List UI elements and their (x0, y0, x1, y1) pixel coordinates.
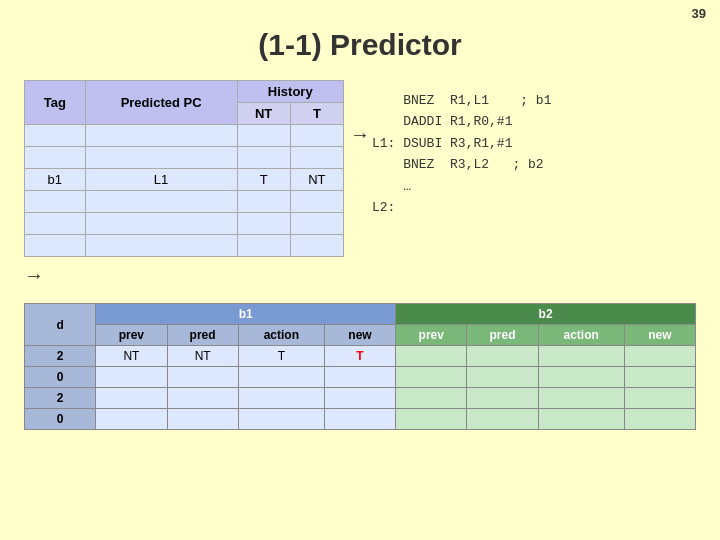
b1-pred-2 (167, 367, 238, 388)
page-title: (1-1) Predictor (0, 28, 720, 62)
pc-cell (85, 191, 237, 213)
table-row (25, 191, 344, 213)
tag-cell (25, 191, 86, 213)
d-val-1: 2 (25, 346, 96, 367)
code-section: → BNEZ R1,L1 ; b1 DADDI R1,R0,#1 L1: DSU… (354, 80, 696, 289)
bottom-row-1: 2 NT NT T T (25, 346, 696, 367)
pc-cell (85, 147, 237, 169)
b1-action-2 (238, 367, 324, 388)
b2-action-header: action (538, 325, 624, 346)
t-cell (290, 235, 343, 257)
b2-pred-header: pred (467, 325, 538, 346)
b1-pred-4 (167, 409, 238, 430)
t-cell-b1: NT (290, 169, 343, 191)
b1-prev-1: NT (96, 346, 167, 367)
tag-cell (25, 213, 86, 235)
b2-prev-3 (396, 388, 467, 409)
history-header: History (237, 81, 344, 103)
b2-action-4 (538, 409, 624, 430)
left-arrow-icon: → (24, 264, 44, 287)
b1-pred-3 (167, 388, 238, 409)
nt-cell (237, 147, 290, 169)
nt-subheader: NT (237, 103, 290, 125)
b1-new-header: new (324, 325, 395, 346)
bottom-row-4: 0 (25, 409, 696, 430)
d-col-header: d (25, 304, 96, 346)
b2-prev-header: prev (396, 325, 467, 346)
t-cell (290, 125, 343, 147)
pc-cell (85, 235, 237, 257)
b1-prev-2 (96, 367, 167, 388)
b2-new-2 (624, 367, 695, 388)
d-val-2: 0 (25, 367, 96, 388)
t-cell (290, 147, 343, 169)
t-subheader: T (290, 103, 343, 125)
b1-new-3 (324, 388, 395, 409)
nt-cell (237, 125, 290, 147)
nt-cell-b1: T (237, 169, 290, 191)
d-val-3: 2 (25, 388, 96, 409)
pc-cell (85, 213, 237, 235)
b2-action-2 (538, 367, 624, 388)
predicted-pc-col-header: Predicted PC (85, 81, 237, 125)
b1-prev-header: prev (96, 325, 167, 346)
b1-action-4 (238, 409, 324, 430)
b2-action-1 (538, 346, 624, 367)
predictor-section: Tag Predicted PC History NT T (24, 80, 344, 289)
b1-new-val-1: T (356, 349, 363, 363)
b2-prev-2 (396, 367, 467, 388)
b2-new-header: new (624, 325, 695, 346)
tag-cell (25, 125, 86, 147)
table-row-b1: b1 L1 T NT (25, 169, 344, 191)
b2-new-4 (624, 409, 695, 430)
b1-pred-header: pred (167, 325, 238, 346)
d-val-4: 0 (25, 409, 96, 430)
b2-prev-1 (396, 346, 467, 367)
pc-cell (85, 125, 237, 147)
page-number: 39 (692, 6, 706, 21)
table-row (25, 213, 344, 235)
tag-cell (25, 235, 86, 257)
b2-group-header: b2 (396, 304, 696, 325)
b2-pred-1 (467, 346, 538, 367)
b1-pred-1: NT (167, 346, 238, 367)
b2-prev-4 (396, 409, 467, 430)
bottom-row-3: 2 (25, 388, 696, 409)
b1-new-1: T (324, 346, 395, 367)
b1-group-header: b1 (96, 304, 396, 325)
b1-action-1: T (238, 346, 324, 367)
bottom-table: d b1 b2 prev pred action new prev pred a… (24, 303, 696, 430)
b1-new-2 (324, 367, 395, 388)
t-cell (290, 191, 343, 213)
table-row (25, 235, 344, 257)
b1-action-3 (238, 388, 324, 409)
nt-cell (237, 213, 290, 235)
b2-pred-4 (467, 409, 538, 430)
tag-cell-b1: b1 (25, 169, 86, 191)
left-arrow-row: → (24, 261, 344, 289)
bottom-section: d b1 b2 prev pred action new prev pred a… (0, 303, 720, 430)
pc-cell-b1: L1 (85, 169, 237, 191)
b1-prev-3 (96, 388, 167, 409)
tag-cell (25, 147, 86, 169)
bottom-row-2: 0 (25, 367, 696, 388)
b1-prev-4 (96, 409, 167, 430)
predictor-table: Tag Predicted PC History NT T (24, 80, 344, 257)
tag-col-header: Tag (25, 81, 86, 125)
table-row (25, 125, 344, 147)
b2-pred-3 (467, 388, 538, 409)
table-row (25, 147, 344, 169)
b2-action-3 (538, 388, 624, 409)
b2-new-3 (624, 388, 695, 409)
nt-cell (237, 235, 290, 257)
nt-cell (237, 191, 290, 213)
b2-pred-2 (467, 367, 538, 388)
code-block: BNEZ R1,L1 ; b1 DADDI R1,R0,#1 L1: DSUBI… (372, 90, 551, 219)
b1-new-4 (324, 409, 395, 430)
b1-action-header: action (238, 325, 324, 346)
right-arrow-icon: → (354, 120, 366, 152)
b2-new-1 (624, 346, 695, 367)
t-cell (290, 213, 343, 235)
